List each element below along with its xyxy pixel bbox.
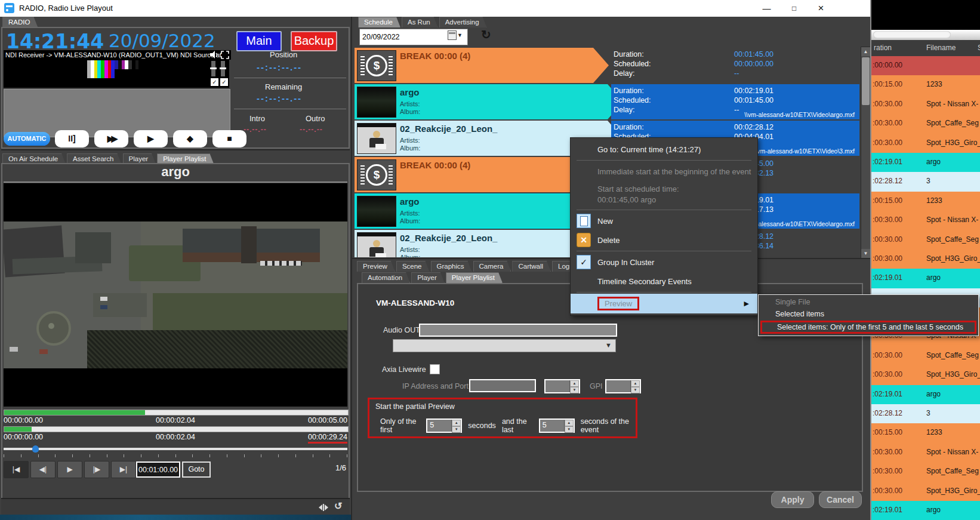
asset-row[interactable]: :00:30.00Spot_H3G_Giro_	[871, 250, 980, 269]
asset-row[interactable]: :00:30.00Spot_H3G_Giro_	[871, 365, 980, 384]
tab-camera[interactable]: Camera	[473, 261, 511, 272]
scroll-up-icon[interactable]: ▲	[861, 47, 870, 56]
ip-address-input[interactable]	[469, 379, 536, 392]
asset-row[interactable]: :02:28.123	[871, 404, 980, 423]
audio-check-right[interactable]: ✓	[220, 78, 228, 86]
goto-time-input[interactable]	[136, 461, 180, 478]
tab-player-playlist[interactable]: Player Playlist	[446, 272, 503, 283]
step-back-button[interactable]: ◀|	[30, 461, 56, 478]
horizontal-scrollbar[interactable]	[871, 30, 980, 40]
asset-row[interactable]: :00:00.00	[871, 56, 980, 75]
audio-device-select[interactable]: ▼	[393, 339, 616, 352]
scroll-down-icon[interactable]: ▼	[861, 249, 870, 258]
tab-schedule[interactable]: Schedule	[358, 17, 400, 27]
apply-button[interactable]: Apply	[771, 491, 814, 508]
spin-down-icon[interactable]: ▼	[570, 387, 579, 393]
fast-forward-button[interactable]: ▶▶	[94, 130, 128, 147]
col-next[interactable]: S	[978, 44, 980, 52]
scrollbar-thumb[interactable]	[862, 57, 870, 105]
asset-row[interactable]: :00:30.00Spot_Caffe_Seg	[871, 114, 980, 133]
audio-out-input[interactable]	[419, 324, 617, 337]
tab-automation[interactable]: Automation	[362, 272, 410, 283]
asset-row[interactable]: :02:19.01argo	[871, 153, 980, 172]
col-duration[interactable]: ration	[874, 44, 892, 52]
tab-graphics[interactable]: Graphics	[431, 261, 472, 272]
asset-row[interactable]: :00:30.00Spot_H3G_Giro_	[871, 482, 980, 501]
backup-channel-button[interactable]: Backup	[291, 31, 337, 51]
submenu-item-single-file[interactable]: Single File	[759, 296, 978, 308]
tab-scene[interactable]: Scene	[396, 261, 430, 272]
close-button[interactable]: ×	[808, 0, 834, 17]
goto-button[interactable]: Goto	[182, 461, 211, 478]
date-dropdown-arrow-icon[interactable]: ▼	[457, 32, 463, 38]
tab-as-run[interactable]: As Run	[402, 17, 438, 27]
cue-button[interactable]: ◆	[173, 130, 207, 147]
schedule-row[interactable]: $BREAK 00:00 (4)Duration:Scheduled:Delay…	[355, 48, 859, 83]
asset-row[interactable]: :02:28.123	[871, 172, 980, 191]
asset-row[interactable]: :02:19.01argo	[871, 385, 980, 404]
fullscreen-icon[interactable]	[221, 51, 229, 59]
seek-slider[interactable]	[4, 448, 347, 450]
spin-up-icon[interactable]: ▲	[631, 380, 640, 387]
asset-row[interactable]: :00:30.00Spot_Caffe_Seg	[871, 462, 980, 481]
maximize-button[interactable]: □	[781, 0, 808, 17]
hscroll-thumb[interactable]	[873, 31, 951, 38]
play-button[interactable]: ▶	[57, 461, 82, 478]
play-button[interactable]: ▶	[134, 130, 168, 147]
waveform-icon[interactable]	[318, 503, 329, 512]
automatic-mode-button[interactable]: AUTOMATIC	[4, 132, 50, 146]
menu-item-timeline-secondary-events[interactable]: Timeline Secondary Events	[571, 272, 757, 291]
menu-item-new[interactable]: New	[571, 211, 757, 230]
intro-progress-bar[interactable]	[4, 410, 349, 416]
asset-row[interactable]: :00:15.001233	[871, 75, 980, 94]
tab-radio[interactable]: RADIO	[2, 17, 38, 27]
asset-row[interactable]: :00:30.00Spot_Caffe_Seg	[871, 230, 980, 250]
audio-fader-left[interactable]	[211, 61, 215, 76]
port-spinner[interactable]: ▲▼	[544, 379, 580, 393]
menu-item-go-to-current-time-14-21-27[interactable]: Go to: Current time (14:21:27)	[571, 140, 757, 159]
gpi-spinner[interactable]: ▲▼	[605, 379, 641, 393]
axia-livewire-checkbox[interactable]	[430, 364, 440, 374]
go-to-start-button[interactable]: |◀	[4, 461, 29, 478]
menu-item-immediate-start-at-the-beginning-of-the-event[interactable]: Immediate start at the beginning of the …	[571, 162, 757, 181]
menu-item-start-at-scheduled-time[interactable]: Start at scheduled time:00:01:45,00 argo	[571, 181, 757, 208]
menu-item-delete[interactable]: ✕Delete	[571, 230, 757, 250]
schedule-row[interactable]: argoArtists:Album:Duration:Scheduled:Del…	[355, 84, 859, 119]
asset-row[interactable]: :02:19.01argo	[871, 501, 980, 520]
last-seconds-spinner[interactable]: 5▲▼	[539, 419, 575, 433]
asset-row[interactable]: :00:15.001233	[871, 192, 980, 211]
go-to-end-button[interactable]: ▶|	[111, 461, 136, 478]
asset-row[interactable]: :02:19.01argo	[871, 269, 980, 288]
menu-item-preview[interactable]: Preview▶	[571, 294, 757, 313]
audio-check-left[interactable]: ✓	[211, 78, 218, 86]
audio-fader-right[interactable]	[221, 61, 225, 76]
asset-row[interactable]: :00:30.00Spot_H3G_Giro_	[871, 134, 980, 153]
col-filename[interactable]: Filename	[926, 44, 956, 52]
calendar-icon[interactable]	[448, 30, 457, 40]
speaker-icon[interactable]	[210, 51, 219, 59]
spin-up-icon[interactable]: ▲	[570, 380, 579, 387]
first-seconds-spinner[interactable]: 5▲▼	[426, 419, 462, 433]
menu-item-group-in-cluster[interactable]: ✓Group In Cluster	[571, 253, 757, 272]
asset-row[interactable]: :00:30.00Spot - Nissan X-	[871, 211, 980, 230]
refresh-icon[interactable]: ↻	[481, 27, 491, 42]
tab-preview[interactable]: Preview	[357, 261, 395, 272]
cancel-button[interactable]: Cancel	[819, 491, 862, 508]
stop-button[interactable]: ■	[212, 130, 246, 147]
submenu-item-selected-items-only-of-the-first-5-and-the-last-5-seconds[interactable]: Selected items: Only of the first 5 and …	[760, 321, 976, 334]
minimize-button[interactable]: —	[753, 0, 780, 17]
pause-button[interactable]: II]	[55, 130, 89, 147]
asset-row[interactable]: :00:30.00Spot - Nissan X-	[871, 443, 980, 462]
tab-player[interactable]: Player	[411, 272, 445, 283]
asset-row[interactable]: :00:15.001233	[871, 423, 980, 442]
tab-advertising[interactable]: Advertising	[439, 17, 487, 27]
asset-row[interactable]: :00:30.00Spot - Nissan X-	[871, 95, 980, 114]
step-forward-button[interactable]: |▶	[84, 461, 109, 478]
history-icon[interactable]: ↺	[334, 500, 342, 512]
seek-slider-thumb[interactable]	[32, 445, 39, 453]
main-channel-button[interactable]: Main	[236, 31, 282, 51]
tab-cartwall[interactable]: Cartwall	[512, 261, 551, 272]
asset-row[interactable]: :00:30.00Spot_Caffe_Seg	[871, 346, 980, 365]
spin-down-icon[interactable]: ▼	[631, 387, 640, 393]
clip-progress-bar[interactable]	[4, 426, 349, 432]
